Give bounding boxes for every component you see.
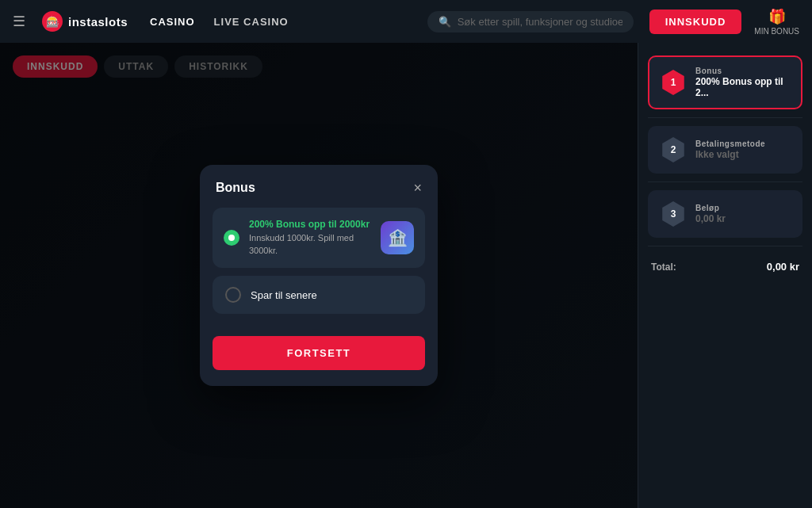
modal-overlay: Bonus × 200% Bonus opp til 2000kr Innsku… bbox=[0, 43, 638, 508]
search-input[interactable] bbox=[458, 16, 622, 28]
step-value-3: 0,00 kr bbox=[695, 213, 790, 224]
nav-live-casino[interactable]: LIVE CASINO bbox=[214, 16, 289, 28]
step-card-1[interactable]: 1 Bonus 200% Bonus opp til 2... bbox=[648, 55, 802, 109]
divider-3 bbox=[648, 246, 802, 246]
right-sidebar: 1 Bonus 200% Bonus opp til 2... 2 Betali… bbox=[638, 43, 812, 508]
step-label-3: Beløp bbox=[695, 204, 790, 212]
min-bonus-button[interactable]: 🎁 MIN BONUS bbox=[754, 8, 799, 36]
step-info-3: Beløp 0,00 kr bbox=[695, 204, 790, 224]
logo-icon: 🎰 bbox=[41, 10, 63, 32]
modal-title: Bonus bbox=[216, 181, 255, 195]
step-badge-2: 2 bbox=[661, 137, 686, 162]
modal-close-button[interactable]: × bbox=[413, 181, 422, 195]
step-info-2: Betalingsmetode Ikke valgt bbox=[695, 139, 790, 160]
search-bar[interactable]: 🔍 bbox=[427, 11, 634, 32]
center-area: INNSKUDD UTTAK HISTORIKK Bonus × 200% Bo… bbox=[0, 43, 638, 508]
step-value-2: Ikke valgt bbox=[695, 149, 790, 160]
step-badge-3: 3 bbox=[661, 201, 686, 227]
bonus-text: 200% Bonus opp til 2000kr Innskudd 1000k… bbox=[249, 219, 371, 257]
innskudd-button[interactable]: INNSKUDD bbox=[649, 10, 742, 34]
bonus-modal: Bonus × 200% Bonus opp til 2000kr Innsku… bbox=[200, 165, 438, 386]
step-card-3[interactable]: 3 Beløp 0,00 kr bbox=[648, 190, 802, 238]
bonus-description: Innskudd 1000kr. Spill med 3000kr. bbox=[249, 232, 371, 257]
main-layout: INNSKUDD UTTAK HISTORIKK Bonus × 200% Bo… bbox=[0, 43, 812, 508]
step-label-1: Bonus bbox=[695, 67, 790, 75]
step-badge-1: 1 bbox=[661, 70, 686, 95]
total-row: Total: 0,00 kr bbox=[648, 254, 802, 279]
min-bonus-label: MIN BONUS bbox=[754, 27, 799, 36]
bonus-option[interactable]: 200% Bonus opp til 2000kr Innskudd 1000k… bbox=[213, 208, 425, 268]
header: ☰ 🎰 instaslots CASINO LIVE CASINO 🔍 INNS… bbox=[0, 0, 812, 43]
modal-body: 200% Bonus opp til 2000kr Innskudd 1000k… bbox=[200, 208, 438, 327]
divider-1 bbox=[648, 117, 802, 118]
modal-header: Bonus × bbox=[200, 165, 438, 208]
step-card-2[interactable]: 2 Betalingsmetode Ikke valgt bbox=[648, 126, 802, 174]
bonus-title: 200% Bonus opp til 2000kr bbox=[249, 219, 371, 231]
save-option[interactable]: Spar til senere bbox=[213, 276, 425, 314]
gift-icon: 🎁 bbox=[768, 8, 786, 25]
logo[interactable]: 🎰 instaslots bbox=[41, 10, 128, 32]
svg-text:🎰: 🎰 bbox=[46, 15, 60, 29]
radio-selected-icon bbox=[224, 230, 239, 246]
logo-text: instaslots bbox=[68, 15, 128, 29]
bonus-brand-icon: 🏦 bbox=[381, 221, 414, 254]
modal-footer: FORTSETT bbox=[200, 327, 438, 386]
total-label: Total: bbox=[651, 262, 676, 273]
hamburger-icon[interactable]: ☰ bbox=[13, 13, 25, 30]
search-icon: 🔍 bbox=[439, 16, 451, 28]
step-info-1: Bonus 200% Bonus opp til 2... bbox=[695, 67, 790, 98]
save-label: Spar til senere bbox=[251, 289, 317, 301]
fortsett-button[interactable]: FORTSETT bbox=[213, 336, 425, 370]
total-value: 0,00 kr bbox=[767, 261, 799, 273]
nav-links: CASINO LIVE CASINO bbox=[150, 16, 289, 28]
divider-2 bbox=[648, 181, 802, 182]
step-label-2: Betalingsmetode bbox=[695, 139, 790, 148]
header-right: INNSKUDD 🎁 MIN BONUS bbox=[649, 8, 799, 36]
radio-empty-icon bbox=[225, 287, 241, 303]
nav-casino[interactable]: CASINO bbox=[150, 16, 195, 28]
step-value-1: 200% Bonus opp til 2... bbox=[695, 76, 790, 98]
